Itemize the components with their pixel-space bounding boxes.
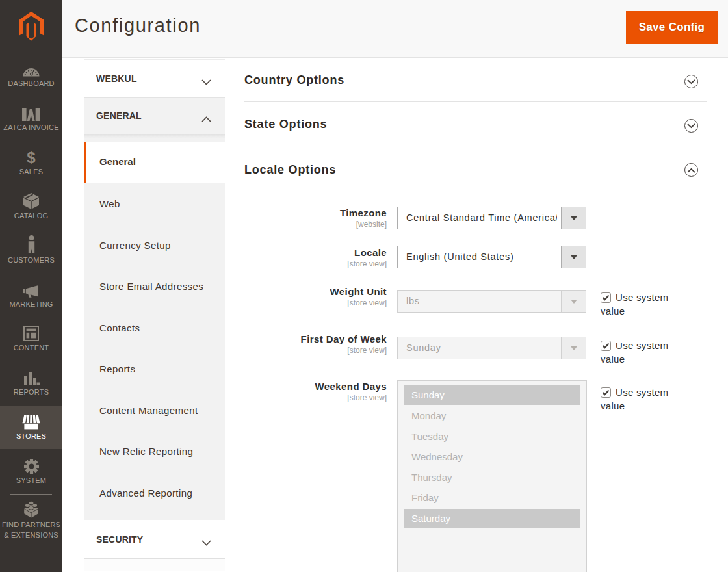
svg-text:$: $ — [27, 150, 36, 165]
